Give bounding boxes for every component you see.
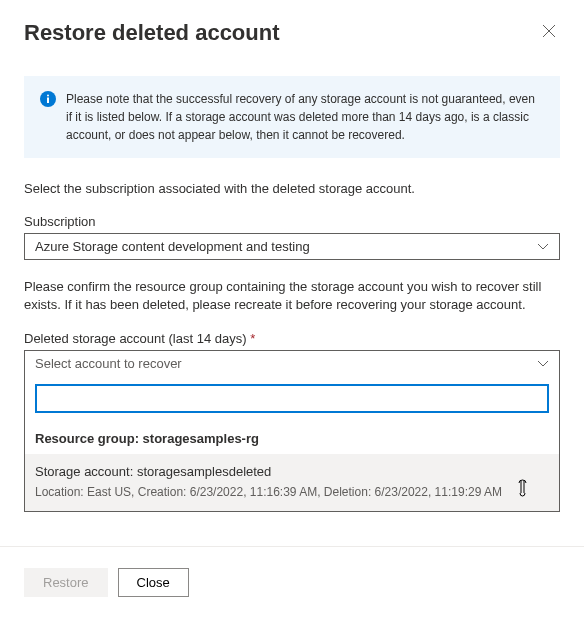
deleted-account-label: Deleted storage account (last 14 days) * [24, 331, 560, 346]
info-icon [40, 91, 56, 107]
chevron-down-icon [537, 239, 549, 254]
required-indicator: * [250, 331, 255, 346]
dropdown-header[interactable]: Select account to recover [25, 351, 559, 376]
page-title: Restore deleted account [24, 20, 280, 46]
dropdown-group-header: Resource group: storagesamples-rg [25, 421, 559, 454]
subscription-label: Subscription [24, 214, 560, 229]
deleted-account-dropdown[interactable]: Select account to recover Resource group… [24, 350, 560, 512]
subscription-value: Azure Storage content development and te… [35, 239, 310, 254]
subscription-select[interactable]: Azure Storage content development and te… [24, 233, 560, 260]
svg-rect-2 [47, 98, 49, 104]
close-icon[interactable] [538, 20, 560, 45]
chevron-down-icon [537, 356, 549, 371]
restore-button: Restore [24, 568, 108, 597]
option-details: Location: East US, Creation: 6/23/2022, … [35, 485, 549, 499]
subscription-instruction: Select the subscription associated with … [24, 180, 560, 198]
dropdown-search-input[interactable] [35, 384, 549, 413]
close-button[interactable]: Close [118, 568, 189, 597]
option-title: Storage account: storagesamplesdeleted [35, 464, 549, 479]
info-banner: Please note that the successful recovery… [24, 76, 560, 158]
footer-divider [0, 546, 584, 547]
info-text: Please note that the successful recovery… [66, 90, 544, 144]
svg-point-1 [47, 95, 49, 97]
dropdown-placeholder: Select account to recover [35, 356, 182, 371]
resource-group-instruction: Please confirm the resource group contai… [24, 278, 560, 314]
dropdown-option[interactable]: Storage account: storagesamplesdeleted L… [25, 454, 559, 511]
